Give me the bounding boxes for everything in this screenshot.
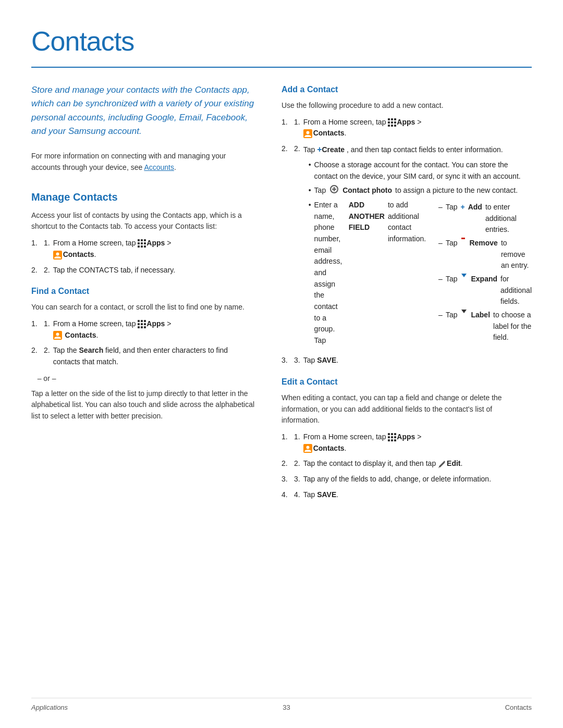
edit-step1-apps: Apps	[397, 433, 415, 441]
find-contact-heading: Find a Contact	[31, 285, 255, 298]
apps-grid-icon-2	[138, 320, 146, 328]
two-col-layout: Store and manage your contacts with the …	[31, 83, 532, 505]
find-contact-body: You can search for a contact, or scroll …	[31, 302, 255, 313]
svg-point-3	[56, 333, 59, 336]
footer-center: 33	[283, 702, 290, 713]
or-text: – or –	[31, 373, 255, 384]
dash-2: Tap Remove to remove an entry.	[438, 238, 532, 272]
bullet-3: Enter a name, phone number, email addres…	[309, 200, 532, 348]
page-footer: Applications 33 Contacts	[31, 698, 532, 713]
manage-step1-apps: Apps	[146, 239, 165, 247]
apps-grid-icon-3	[388, 118, 396, 127]
add-step1-text1: From a Home screen, tap	[303, 118, 388, 126]
manage-step1-text1: From a Home screen, tap	[53, 239, 138, 247]
add-step2-create: Create	[322, 145, 345, 154]
manage-step1-contacts: Contacts	[63, 250, 94, 258]
intro-body: For more information on connecting with …	[31, 151, 255, 173]
page: Contacts Store and manage your contacts …	[0, 0, 563, 728]
add-step-1: 1. From a Home screen, tap Apps >	[282, 117, 532, 139]
add-step1-contacts: Contacts	[313, 129, 345, 137]
page-title: Contacts	[31, 21, 532, 61]
left-column: Store and manage your contacts with the …	[31, 83, 255, 505]
find-step1-text1: From a Home screen, tap	[53, 319, 138, 328]
edit-step-2: 2. Tap the contact to display it, and th…	[282, 458, 532, 470]
dash2-minus-icon	[461, 238, 465, 239]
dash3-chevron-icon	[461, 274, 467, 277]
manage-contacts-steps: 1. From a Home screen, tap Apps >	[31, 238, 255, 276]
circle-plus-icon	[330, 185, 338, 193]
dash4-triangle-icon	[461, 310, 467, 313]
add-step2-bullets: Choose a storage account for the contact…	[309, 159, 532, 348]
dash1-add: Add	[468, 202, 482, 236]
edit-contact-steps: 1. From a Home screen, tap Apps >	[282, 431, 532, 500]
dash3-expand: Expand	[471, 274, 497, 307]
add-contact-body: Use the following procedure to add a new…	[282, 100, 532, 112]
dash-1: Tap + Add to enter additional entries.	[438, 202, 532, 236]
intro-italic: Store and manage your contacts with the …	[31, 83, 255, 138]
svg-point-5	[306, 131, 309, 134]
add-step-3: 3. Tap SAVE.	[282, 355, 532, 366]
manage-step-2: 2. Tap the CONTACTS tab, if necessary.	[31, 265, 255, 276]
bullet3-bold: ADD ANOTHER FIELD	[349, 200, 385, 348]
add-contact-steps: 1. From a Home screen, tap Apps >	[282, 117, 532, 366]
find-step1-apps: Apps	[146, 319, 165, 328]
manage-contacts-body: Access your list of contacts by using th…	[31, 210, 255, 232]
dash2-remove: Remove	[469, 238, 497, 272]
tap-letter-text: Tap a letter on the side of the list to …	[31, 388, 255, 422]
edit-step1-text1: From a Home screen, tap	[303, 433, 388, 441]
edit-step4-save: SAVE	[317, 490, 336, 499]
accounts-link[interactable]: Accounts	[144, 163, 174, 171]
find-step2-search: Search	[79, 346, 104, 354]
contacts-person-icon	[53, 251, 62, 260]
edit-step-1: 1. From a Home screen, tap Apps >	[282, 431, 532, 454]
edit-step-3: 3. Tap any of the fields to add, change,…	[282, 474, 532, 485]
dash4-label: Label	[471, 310, 490, 343]
contacts-person-icon-4	[303, 444, 312, 453]
add-step1-apps: Apps	[397, 118, 415, 126]
find-step-1: 1. From a Home screen, tap Apps >	[31, 318, 255, 341]
dash-4: Tap Label to choose a label for the fiel…	[438, 310, 532, 343]
bullet-1: Choose a storage account for the contact…	[309, 159, 532, 182]
intro-body-suffix: .	[174, 163, 176, 171]
edit-contact-body: When editing a contact, you can tap a fi…	[282, 392, 532, 426]
bullet-2: Tap Contact photo to assign a picture to…	[309, 185, 532, 196]
add-step-2: 2. Tap +Create , and then tap contact fi…	[282, 143, 532, 351]
edit-step-4: 4. Tap SAVE.	[282, 489, 532, 501]
footer-left: Applications	[31, 702, 68, 713]
contacts-person-icon-3	[303, 129, 312, 138]
svg-marker-8	[439, 462, 445, 467]
title-divider	[31, 67, 532, 68]
right-column: Add a Contact Use the following procedur…	[282, 83, 532, 505]
apps-grid-icon	[138, 239, 146, 248]
apps-grid-icon-4	[388, 433, 396, 441]
manage-step2-text: Tap the CONTACTS tab, if necessary.	[53, 265, 255, 276]
dash-3: Tap Expand for additional fields.	[438, 274, 532, 307]
edit-step1-contacts: Contacts	[313, 444, 345, 452]
intro-body-text: For more information on connecting with …	[31, 152, 226, 171]
footer-right: Contacts	[505, 702, 532, 713]
bullet2-bold: Contact photo	[342, 185, 392, 196]
svg-point-1	[56, 252, 59, 255]
add-contact-heading: Add a Contact	[282, 83, 532, 96]
svg-point-7	[306, 446, 309, 449]
contacts-person-icon-2	[53, 331, 62, 340]
add-step3-save: SAVE	[317, 356, 336, 364]
create-plus-icon: +	[317, 145, 322, 154]
manage-step-1: 1. From a Home screen, tap Apps >	[31, 238, 255, 260]
svg-line-10	[438, 467, 439, 468]
find-step1-contacts: Contacts	[63, 331, 96, 339]
find-contact-steps: 1. From a Home screen, tap Apps >	[31, 318, 255, 368]
manage-contacts-heading: Manage Contacts	[31, 189, 255, 205]
pencil-edit-icon	[438, 460, 446, 468]
edit-step2-edit: Edit	[447, 459, 460, 467]
add-dashes: Tap + Add to enter additional entries. T…	[438, 202, 532, 346]
edit-contact-heading: Edit a Contact	[282, 376, 532, 388]
dash1-plus-icon: +	[460, 202, 464, 236]
find-step-2: 2. Tap the Search field, and then enter …	[31, 345, 255, 367]
